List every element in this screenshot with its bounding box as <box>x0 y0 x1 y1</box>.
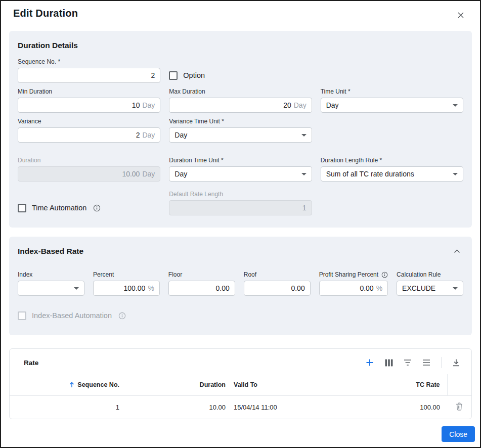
duration-suffix: Day <box>142 170 155 178</box>
row-automation: Time Automation Default Rate Length 1 <box>18 191 463 215</box>
roof-input[interactable]: 0.00 <box>244 281 311 296</box>
profit-sharing-label-text: Profit Sharing Percent <box>319 271 378 278</box>
download-icon[interactable] <box>452 359 460 367</box>
floor-field-group: Floor 0.00 <box>168 271 235 296</box>
cell-tc-rate: 100.00 <box>359 396 447 419</box>
option-checkbox[interactable] <box>169 71 178 80</box>
column-header-duration[interactable]: Duration <box>123 374 230 396</box>
roof-field-group: Roof 0.00 <box>244 271 311 296</box>
toolbar-icons <box>365 357 460 368</box>
chevron-down-icon <box>301 173 307 175</box>
max-duration-suffix: Day <box>294 101 307 109</box>
profit-sharing-value: 0.00 <box>360 284 373 292</box>
index-select[interactable] <box>18 281 84 296</box>
column-header-sequence-no[interactable]: Sequence No. <box>10 374 123 396</box>
sort-asc-icon[interactable] <box>69 382 75 388</box>
min-duration-suffix: Day <box>142 101 155 109</box>
roof-label: Roof <box>244 271 311 278</box>
time-unit-value: Day <box>326 101 339 109</box>
calculation-rule-label: Calculation Rule <box>397 271 463 278</box>
percent-label: Percent <box>93 271 160 278</box>
variance-value: 2 <box>136 131 140 139</box>
chevron-up-icon[interactable] <box>451 247 463 255</box>
max-duration-field-group: Max Duration 20 Day <box>169 88 312 113</box>
chevron-down-icon <box>453 173 458 175</box>
default-rate-length-field-group: Default Rate Length 1 <box>169 191 312 215</box>
duration-field-group: Duration 10.00 Day <box>18 157 160 182</box>
duration-label: Duration <box>18 157 160 164</box>
column-header-label: Duration <box>200 381 226 388</box>
chevron-down-icon <box>301 134 307 137</box>
time-unit-select[interactable]: Day <box>321 98 463 113</box>
time-automation-label: Time Automation <box>32 204 86 212</box>
add-row-icon[interactable] <box>365 358 374 367</box>
variance-input[interactable]: 2 Day <box>18 127 160 143</box>
percent-input[interactable]: 100.00 % <box>93 281 160 296</box>
dialog-header: Edit Duration <box>1 1 480 23</box>
duration-length-rule-select[interactable]: Sum of all TC rate durations <box>321 166 463 182</box>
sequence-no-field-group: Sequence No. * 2 <box>18 58 160 83</box>
column-header-label: Valid To <box>234 381 257 388</box>
info-icon <box>93 204 101 212</box>
filter-icon[interactable] <box>404 359 412 366</box>
row-sequence: Sequence No. * 2 Option <box>18 58 463 83</box>
cell-duration: 10.00 <box>123 396 230 419</box>
calculation-rule-select[interactable]: EXCLUDE <box>397 281 463 296</box>
chevron-down-icon <box>453 287 458 290</box>
rate-table-section: Rate <box>9 348 472 419</box>
duration-time-unit-select[interactable]: Day <box>169 166 312 182</box>
percent-field-group: Percent 100.00 % <box>93 271 160 296</box>
default-rate-length-input: 1 <box>169 200 312 215</box>
rate-table-header-row: Sequence No. Duration Valid To TC Rate <box>10 374 471 396</box>
delete-row-icon[interactable] <box>456 402 463 411</box>
duration-input: 10.00 Day <box>18 166 160 182</box>
close-icon[interactable] <box>453 7 469 23</box>
index-field-group: Index <box>18 271 84 296</box>
duration-time-unit-label: Duration Time Unit * <box>169 157 312 164</box>
row-height-icon[interactable] <box>422 359 430 366</box>
index-based-rate-section: Index-Based Rate Index Percent 100.00 % <box>9 237 472 335</box>
time-automation-group: Time Automation <box>18 200 160 215</box>
variance-time-unit-select[interactable]: Day <box>169 127 312 143</box>
percent-value: 100.00 <box>124 284 146 292</box>
index-based-rate-header: Index-Based Rate <box>18 247 463 256</box>
cell-sequence-no: 1 <box>10 396 123 419</box>
default-rate-length-label: Default Rate Length <box>169 191 312 198</box>
floor-input[interactable]: 0.00 <box>168 281 235 296</box>
cell-valid-to: 15/04/14 11:00 <box>230 396 359 419</box>
max-duration-value: 20 <box>283 101 291 109</box>
edit-duration-dialog: Edit Duration Duration Details Sequence … <box>0 0 481 448</box>
index-based-automation-label: Index-Based Automation <box>32 311 112 320</box>
percent-suffix: % <box>148 284 154 292</box>
floor-label: Floor <box>168 271 235 278</box>
row-index-rate: Index Percent 100.00 % Floor 0.00 <box>18 271 463 296</box>
duration-time-unit-field-group: Duration Time Unit * Day <box>169 157 312 182</box>
calculation-rule-value: EXCLUDE <box>402 284 435 292</box>
dialog-title: Edit Duration <box>13 6 78 20</box>
time-unit-field-group: Time Unit * Day <box>321 88 463 113</box>
column-header-valid-to[interactable]: Valid To <box>230 374 359 396</box>
row-variance: Variance 2 Day Variance Time Unit * Day <box>18 118 463 143</box>
max-duration-input[interactable]: 20 Day <box>169 98 312 113</box>
variance-suffix: Day <box>142 131 155 139</box>
table-row[interactable]: 1 10.00 15/04/14 11:00 100.00 <box>10 396 471 419</box>
chevron-down-icon <box>74 287 79 290</box>
index-based-rate-heading: Index-Based Rate <box>18 247 83 256</box>
duration-details-section: Duration Details Sequence No. * 2 Option… <box>9 31 472 228</box>
profit-sharing-input[interactable]: 0.00 % <box>319 281 388 296</box>
duration-length-rule-field-group: Duration Length Rule * Sum of all TC rat… <box>321 157 463 182</box>
sequence-no-input[interactable]: 2 <box>18 68 160 83</box>
option-checkbox-label: Option <box>183 71 205 79</box>
variance-time-unit-field-group: Variance Time Unit * Day <box>169 118 312 143</box>
time-automation-checkbox[interactable] <box>18 204 26 212</box>
index-label: Index <box>18 271 84 278</box>
index-based-automation-group: Index-Based Automation <box>18 308 463 323</box>
variance-field-group: Variance 2 Day <box>18 118 160 143</box>
columns-icon[interactable] <box>385 359 393 367</box>
column-header-tc-rate[interactable]: TC Rate <box>359 374 447 396</box>
close-button[interactable]: Close <box>442 426 475 442</box>
variance-time-unit-value: Day <box>174 131 187 139</box>
min-duration-input[interactable]: 10 Day <box>18 98 160 113</box>
duration-value: 10.00 <box>122 170 140 178</box>
variance-label: Variance <box>18 118 160 125</box>
